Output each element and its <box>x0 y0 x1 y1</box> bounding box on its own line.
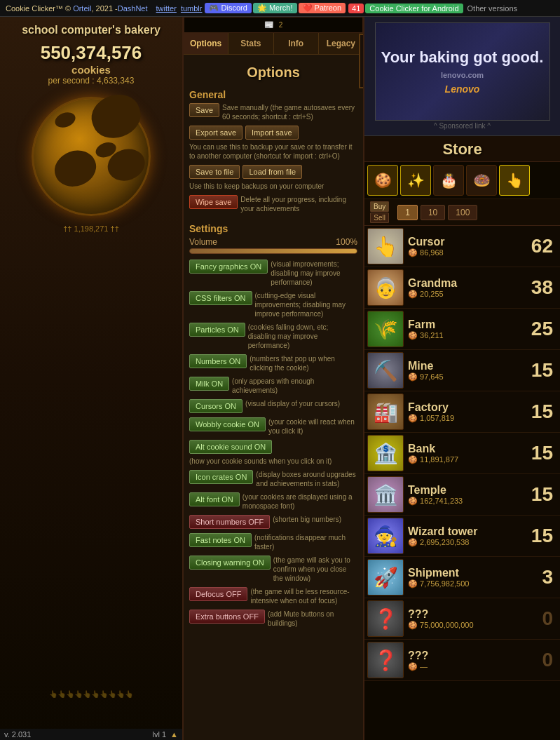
short-numbers-button[interactable]: Short numbers OFF <box>189 515 270 529</box>
farm-count: 25 <box>529 318 557 340</box>
upgrade-icon-0[interactable]: 🍪 <box>367 165 398 196</box>
toggle-row-milk: Milk ON (only appears with enough achiev… <box>189 377 357 395</box>
upgrade-icon-3[interactable]: 🍩 <box>466 165 497 196</box>
toggle-row-alt-sound: Alt cookie sound ON (how your cookie sou… <box>189 440 357 466</box>
general-section-title: General <box>189 83 357 103</box>
news-ticker: 📰 2 <box>184 17 363 33</box>
milk-desc: (only appears with enough achievements) <box>232 377 357 395</box>
wizard-tower-info: Wizard tower 🍪 2,695,230,538 <box>408 525 529 547</box>
grandma-info: Grandma 🍪 20,255 <box>408 277 529 299</box>
tab-stats[interactable]: Stats <box>228 33 273 54</box>
alt-font-button[interactable]: Alt font ON <box>189 492 240 506</box>
milk-button[interactable]: Milk ON <box>189 377 229 391</box>
fast-notes-button[interactable]: Fast notes ON <box>189 533 252 547</box>
buy-button[interactable]: Buy <box>370 201 389 212</box>
fancy-graphics-button[interactable]: Fancy graphics ON <box>189 260 268 274</box>
closing-warning-button[interactable]: Closing warning ON <box>189 556 271 570</box>
import-save-button[interactable]: Import save <box>245 126 298 140</box>
toggle-row-fast-notes: Fast notes ON (notifications disappear m… <box>189 533 357 551</box>
title-text: Cookie Clicker™ © <box>6 4 73 13</box>
mine-cost: 🍪 97,645 <box>408 372 529 382</box>
icon-crates-button[interactable]: Icon crates ON <box>189 470 253 484</box>
factory-cost: 🍪 1,057,819 <box>408 414 529 423</box>
cursors-button[interactable]: Cursors ON <box>189 399 243 413</box>
building-row-unknown1[interactable]: ❓ ??? 🍪 75,000,000,000 0 <box>364 598 560 640</box>
upgrade-icon-1[interactable]: ✨ <box>400 165 431 196</box>
wobbly-cookie-desc: (your cookie will react when you click i… <box>268 417 357 436</box>
building-row-farm[interactable]: 🌾 Farm 🍪 36,211 25 <box>364 309 560 350</box>
dashnet-link[interactable]: DashNet <box>118 4 148 13</box>
shipment-count: 3 <box>529 566 557 588</box>
building-row-temple[interactable]: 🏛️ Temple 🍪 162,741,233 15 <box>364 474 560 516</box>
tab-options[interactable]: Options <box>184 33 228 54</box>
version-text: v. 2.031 <box>4 730 31 739</box>
sell-button[interactable]: Sell <box>370 213 389 223</box>
qty-1-button[interactable]: 1 <box>397 205 418 220</box>
news-ticker-text: 2 <box>279 21 283 29</box>
save-button[interactable]: Save <box>189 103 219 117</box>
qty-10-button[interactable]: 10 <box>421 205 445 220</box>
tab-legacy[interactable]: Legacy <box>319 33 363 54</box>
factory-name: Factory <box>408 401 529 414</box>
unknown1-icon: ❓ <box>367 600 404 637</box>
icon-crates-desc: (display boxes around upgrades and achie… <box>256 470 357 488</box>
farm-name: Farm <box>408 318 529 331</box>
building-row-wizard-tower[interactable]: 🧙 Wizard tower 🍪 2,695,230,538 15 <box>364 516 560 557</box>
upgrade-icon-4[interactable]: 👆 <box>499 165 530 196</box>
temple-info: Temple 🍪 162,741,233 <box>408 484 529 506</box>
discord-button[interactable]: 🎮 Discord <box>205 3 251 13</box>
grandma-count: 38 <box>529 276 557 299</box>
building-row-mine[interactable]: ⛏️ Mine 🍪 97,645 15 <box>364 350 560 391</box>
building-row-cursor[interactable]: 👆 Cursor 🍪 86,968 62 <box>364 226 560 267</box>
toggle-row-short-numbers: Short numbers OFF (shorten big numbers) <box>189 515 357 529</box>
upgrade-icon-2[interactable]: 🎂 <box>433 165 464 196</box>
farm-cost: 🍪 36,211 <box>408 331 529 340</box>
shipment-icon: 🚀 <box>367 559 404 596</box>
alt-font-desc: (your cookies are displayed using a mono… <box>243 492 357 511</box>
left-panel: school computer's bakery 550,374,576 coo… <box>0 17 184 740</box>
patreon-button[interactable]: ❤️ Patreon <box>299 3 346 13</box>
toggle-row-defocus: Defocus OFF (the game will be less resou… <box>189 587 357 605</box>
mine-icon: ⛏️ <box>367 352 404 389</box>
bakery-name: school computer's bakery <box>0 17 182 39</box>
qty-100-button[interactable]: 100 <box>448 205 477 220</box>
cookie-count-secondary: †† 1,198,271 †† <box>0 223 182 234</box>
defocus-button[interactable]: Defocus OFF <box>189 587 247 601</box>
ad-sublabel: lenovo.com <box>441 71 484 79</box>
building-row-grandma[interactable]: 👵 Grandma 🍪 20,255 38 <box>364 267 560 309</box>
twitter-link[interactable]: twitter <box>156 4 177 13</box>
shipment-info: Shipment 🍪 7,756,982,500 <box>408 567 529 588</box>
css-filters-button[interactable]: CSS filters ON <box>189 291 252 305</box>
wobbly-cookie-button[interactable]: Wobbly cookie ON <box>189 417 266 431</box>
numbers-desc: (numbers that pop up when clicking the c… <box>250 354 357 372</box>
toggles-container: Fancy graphics ON (visual improvements; … <box>189 260 357 628</box>
author-link[interactable]: Orteil <box>73 4 91 13</box>
fast-notes-desc: (notifications disappear much faster) <box>254 533 357 551</box>
bank-info: Bank 🍪 11,891,877 <box>408 443 529 464</box>
numbers-button[interactable]: Numbers ON <box>189 354 247 368</box>
export-save-button[interactable]: Export save <box>189 126 243 140</box>
building-row-unknown2[interactable]: ❓ ??? 🍪 — 0 <box>364 640 560 681</box>
extra-buttons-button[interactable]: Extra buttons OFF <box>189 610 265 624</box>
android-button[interactable]: Cookie Clicker for Android <box>365 4 463 13</box>
tumblr-link[interactable]: tumblr <box>181 4 203 13</box>
particles-button[interactable]: Particles ON <box>189 323 245 337</box>
big-cookie[interactable] <box>32 97 151 216</box>
save-to-file-button[interactable]: Save to file <box>189 165 240 179</box>
building-row-factory[interactable]: 🏭 Factory 🍪 1,057,819 15 <box>364 391 560 433</box>
level-label: lvl 1 <box>153 730 167 739</box>
save-row: Save Save manually (the game autosaves e… <box>189 103 357 121</box>
merch-button[interactable]: 🌟 Merch! <box>253 3 297 13</box>
game-title: Cookie Clicker™ © Orteil, 2021 -DashNet <box>0 4 153 13</box>
news-popup: x News : most bakeries now fitted with A… <box>359 34 364 88</box>
building-row-shipment[interactable]: 🚀 Shipment 🍪 7,756,982,500 3 <box>364 557 560 598</box>
defocus-desc: (the game will be less resource-intensiv… <box>250 587 357 605</box>
prestige-icon: ▲ <box>170 730 178 739</box>
alt-cookie-sound-button[interactable]: Alt cookie sound ON <box>189 440 272 454</box>
load-from-file-button[interactable]: Load from file <box>243 165 302 179</box>
wipe-save-button[interactable]: Wipe save <box>189 195 238 209</box>
tab-info[interactable]: Info <box>274 33 319 54</box>
building-row-bank[interactable]: 🏦 Bank 🍪 11,891,877 15 <box>364 433 560 474</box>
other-versions-link[interactable]: Other versions <box>467 4 518 13</box>
toggle-row-particles: Particles ON (cookies falling down, etc;… <box>189 323 357 350</box>
